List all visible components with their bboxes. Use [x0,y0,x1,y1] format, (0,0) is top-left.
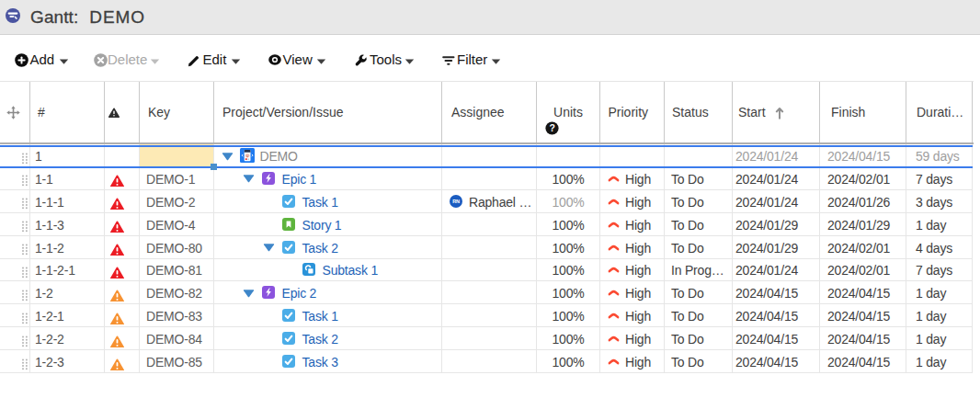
svg-text:?: ? [549,122,554,133]
svg-text:RN: RN [452,199,460,204]
